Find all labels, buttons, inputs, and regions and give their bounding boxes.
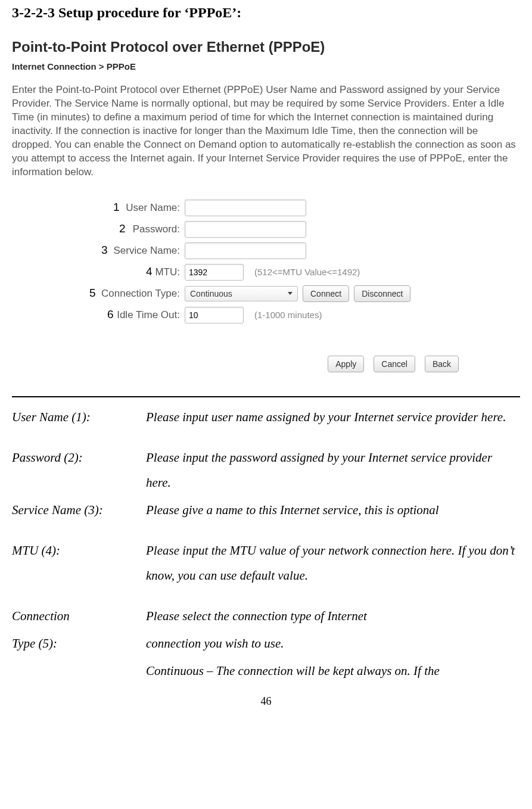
desc-text: Continuous – The connection will be kept…: [146, 658, 520, 683]
callout-1: 1: [113, 201, 120, 214]
apply-button[interactable]: Apply: [328, 356, 364, 372]
desc-term: Service Name (3):: [12, 497, 146, 522]
connection-type-label: Connection Type:: [12, 288, 185, 300]
desc-term: Password (2):: [12, 445, 146, 495]
user-name-input[interactable]: [185, 200, 306, 216]
router-ui-screenshot: Point-to-Point Protocol over Ethernet (P…: [12, 39, 520, 372]
desc-term: User Name (1):: [12, 404, 146, 430]
section-title: 3-2-2-3 Setup procedure for ‘PPPoE’:: [12, 5, 520, 21]
mtu-input[interactable]: [185, 264, 244, 281]
chevron-down-icon: [288, 292, 293, 295]
mtu-hint: (512<=MTU Value<=1492): [254, 267, 360, 277]
user-name-label: User Name:: [12, 202, 185, 214]
desc-text: connection you wish to use.: [146, 631, 520, 656]
breadcrumb: Internet Connection > PPPoE: [12, 61, 520, 71]
desc-text: Please input the password assigned by yo…: [146, 445, 520, 495]
description-list: User Name (1): Please input user name as…: [12, 396, 520, 683]
page-number: 46: [12, 695, 520, 708]
desc-term: [12, 658, 146, 683]
idle-timeout-label: Idle Time Out:: [12, 309, 185, 321]
desc-text: Please give a name to this Internet serv…: [146, 497, 520, 522]
idle-timeout-input[interactable]: [185, 307, 244, 323]
callout-5: 5: [89, 287, 96, 300]
back-button[interactable]: Back: [425, 356, 459, 372]
pppoe-form: 1 User Name: 2 Password: 3 Service Name:…: [12, 197, 465, 372]
desc-term: Connection: [12, 603, 146, 628]
instruction-paragraph: Enter the Point-to-Point Protocol over E…: [12, 83, 520, 179]
connection-type-select[interactable]: Continuous: [185, 286, 298, 301]
callout-2: 2: [119, 222, 126, 235]
disconnect-button[interactable]: Disconnect: [354, 285, 410, 302]
callout-6: 6: [107, 308, 114, 321]
desc-text: Please input the MTU value of your netwo…: [146, 538, 520, 588]
desc-term: MTU (4):: [12, 538, 146, 588]
cancel-button[interactable]: Cancel: [374, 356, 415, 372]
password-input[interactable]: [185, 221, 306, 238]
mtu-label: MTU:: [12, 266, 185, 278]
desc-text: Please select the connection type of Int…: [146, 603, 520, 628]
idle-hint: (1-1000 minutes): [254, 310, 322, 320]
page-title: Point-to-Point Protocol over Ethernet (P…: [12, 39, 520, 55]
service-name-input[interactable]: [185, 242, 306, 259]
desc-term: Type (5):: [12, 631, 146, 656]
connect-button[interactable]: Connect: [303, 285, 349, 302]
service-name-label: Service Name:: [12, 245, 185, 257]
password-label: Password:: [12, 223, 185, 235]
callout-3: 3: [101, 244, 108, 257]
callout-4: 4: [146, 265, 153, 278]
desc-text: Please input user name assigned by your …: [146, 404, 520, 430]
connection-type-value: Continuous: [190, 289, 232, 298]
